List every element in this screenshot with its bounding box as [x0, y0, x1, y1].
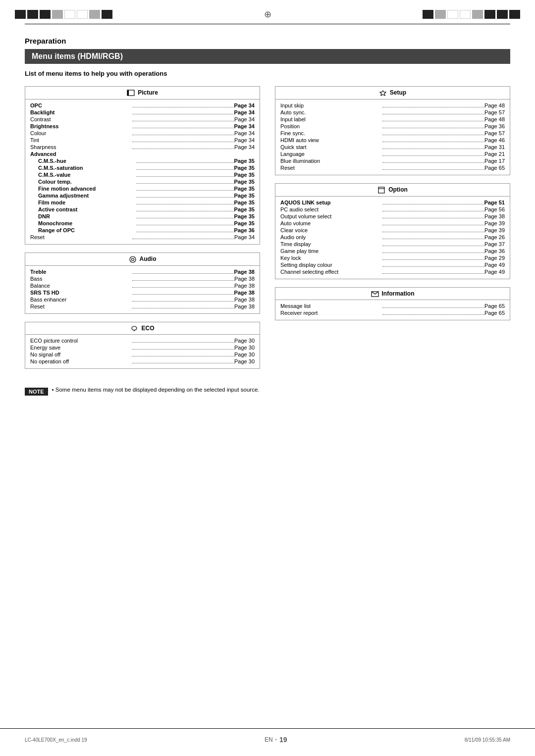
- setup-label: Setup: [390, 89, 406, 96]
- list-item: BassPage 38: [30, 276, 255, 282]
- list-item: Blue illuminationPage 17: [280, 158, 505, 164]
- item-page: Page 36: [234, 227, 255, 233]
- list-item: Range of OPCPage 36: [30, 227, 255, 233]
- list-item: Colour temp.Page 35: [30, 179, 255, 185]
- item-page: Page 35: [234, 206, 255, 212]
- item-name: ECO picture control: [30, 338, 132, 344]
- header-block: [435, 10, 446, 19]
- header-block: [52, 10, 63, 19]
- item-name: Input skip: [280, 102, 382, 108]
- page-number-area: EN · 19: [265, 736, 287, 744]
- eco-panel-header: ECO: [25, 322, 260, 335]
- item-name: Sharpness: [30, 144, 132, 150]
- picture-panel-body: OPCPage 34BacklightPage 34ContrastPage 3…: [25, 100, 260, 244]
- item-page: Page 38: [234, 290, 255, 296]
- audio-icon: [129, 255, 137, 263]
- item-page: Page 34: [234, 109, 255, 115]
- list-item: Bass enhancerPage 38: [30, 297, 255, 302]
- item-page: Page 38: [234, 303, 255, 309]
- list-item: Output volume selectPage 38: [280, 213, 505, 219]
- item-page: Page 34: [234, 116, 255, 122]
- header-block: [27, 10, 38, 19]
- item-name: Active contrast: [30, 206, 136, 212]
- list-item: TreblePage 38: [30, 269, 255, 275]
- item-page: Page 51: [484, 200, 505, 205]
- list-item: Audio onlyPage 26: [280, 234, 505, 240]
- item-name: AQUOS LINK setup: [280, 200, 382, 205]
- item-name: Reset: [30, 234, 132, 240]
- list-item: OPCPage 34: [30, 102, 255, 108]
- list-item: Energy savePage 30: [30, 345, 255, 351]
- left-column: Picture OPCPage 34BacklightPage 34Contra…: [25, 86, 260, 377]
- option-label: Option: [388, 186, 408, 193]
- picture-icon: [127, 89, 135, 97]
- audio-label: Audio: [140, 255, 157, 262]
- item-page: Page 65: [484, 303, 505, 309]
- item-page: Page 35: [234, 158, 255, 164]
- item-name: C.M.S.-saturation: [30, 165, 136, 171]
- footer: LC-40LE700X_en_c.indd 19 EN · 19 8/11/09…: [0, 736, 535, 744]
- option-panel-header: Option: [275, 184, 510, 197]
- right-column: Setup Input skipPage 48Auto sync.Page 57…: [275, 86, 510, 377]
- list-item: ColourPage 34: [30, 130, 255, 136]
- item-page: Page 57: [484, 130, 505, 136]
- list-item: ECO picture controlPage 30: [30, 338, 255, 344]
- item-page: Page 30: [234, 358, 255, 364]
- item-name: Message list: [280, 303, 382, 309]
- list-item: Receiver reportPage 65: [280, 310, 505, 316]
- audio-panel-header: Audio: [25, 253, 260, 266]
- list-item: SharpnessPage 34: [30, 144, 255, 150]
- item-name: Auto sync.: [280, 109, 382, 115]
- eco-items: ECO picture controlPage 30Energy savePag…: [30, 338, 255, 364]
- note-text: • Some menu items may not be displayed d…: [52, 387, 260, 393]
- list-item: Key lockPage 29: [280, 255, 505, 261]
- information-panel-header: Information: [275, 288, 510, 301]
- item-name: Setting display colour: [280, 262, 382, 268]
- item-name: Blue illumination: [280, 158, 382, 164]
- header-block: [484, 10, 495, 19]
- picture-label: Picture: [138, 89, 158, 96]
- item-name: No signal off: [30, 352, 132, 357]
- item-name: Backlight: [30, 109, 132, 115]
- list-item: Game play timePage 36: [280, 248, 505, 254]
- item-page: Page 34: [234, 102, 255, 108]
- list-item: PC audio selectPage 56: [280, 206, 505, 212]
- list-item: No signal offPage 30: [30, 352, 255, 357]
- note-box: NOTE • Some menu items may not be displa…: [25, 387, 510, 396]
- item-page: Page 34: [234, 123, 255, 129]
- list-item: Active contrastPage 35: [30, 206, 255, 212]
- option-icon: [377, 186, 385, 194]
- item-name: Clear voice: [280, 227, 382, 233]
- audio-panel: Audio TreblePage 38BassPage 38BalancePag…: [25, 252, 260, 314]
- header-block: [40, 10, 51, 19]
- svg-marker-6: [380, 91, 386, 96]
- item-name: Audio only: [280, 234, 382, 240]
- item-name: Language: [280, 151, 382, 157]
- item-page: Page 26: [484, 234, 505, 240]
- page-prefix: EN: [265, 736, 273, 743]
- setup-items: Input skipPage 48Auto sync.Page 57Input …: [280, 102, 505, 171]
- list-item: Quick startPage 31: [280, 144, 505, 150]
- setup-panel-body: Input skipPage 48Auto sync.Page 57Input …: [275, 100, 510, 175]
- item-name: Channel selecting effect: [280, 269, 382, 275]
- item-name: Gamma adjustment: [30, 193, 136, 199]
- item-page: Page 39: [484, 227, 505, 233]
- header-block: [497, 10, 508, 19]
- header-block: [15, 10, 26, 19]
- header-blocks-right: [423, 10, 520, 19]
- item-name: Film mode: [30, 200, 136, 205]
- item-name: SRS TS HD: [30, 290, 132, 296]
- header-block: [102, 10, 112, 19]
- item-name: Output volume select: [280, 213, 382, 219]
- header-block: [423, 10, 433, 19]
- list-item: Auto volumePage 39: [280, 220, 505, 226]
- item-page: Page 49: [484, 269, 505, 275]
- information-items: Message listPage 65Receiver reportPage 6…: [280, 303, 505, 316]
- item-page: Page 35: [234, 193, 255, 199]
- page-number: 19: [279, 736, 287, 744]
- list-item: BacklightPage 34: [30, 109, 255, 115]
- audio-items: TreblePage 38BassPage 38BalancePage 38SR…: [30, 269, 255, 309]
- picture-panel-header: Picture: [25, 87, 260, 100]
- setup-panel-header: Setup: [275, 87, 510, 100]
- item-page: Page 35: [234, 213, 255, 219]
